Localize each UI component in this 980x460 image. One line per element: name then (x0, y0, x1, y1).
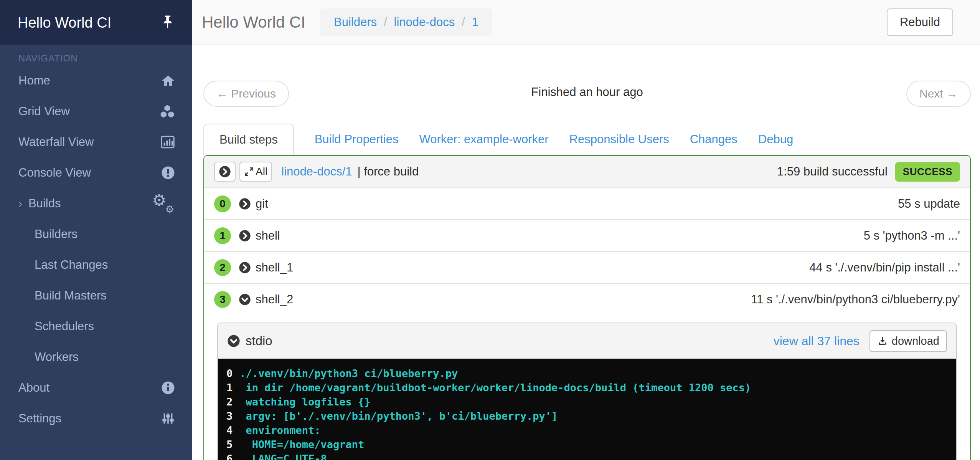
build-summary-header: All linode-docs/1 | force build 1:59 bui… (204, 156, 970, 187)
tab-worker[interactable]: Worker: example-worker (419, 132, 548, 146)
stdio-log-panel: stdio view all 37 lines download 0./.ven… (217, 323, 957, 460)
step-name: shell (256, 229, 280, 243)
step-number-badge: 3 (214, 291, 231, 308)
step-row-shell[interactable]: 1 shell 5 s 'python3 -m ...' (204, 219, 970, 251)
sidebar-item-grid-view[interactable]: Grid View (0, 96, 192, 127)
exclamation-circle-icon (161, 166, 175, 180)
tab-responsible-users[interactable]: Responsible Users (569, 132, 669, 146)
cubes-icon (160, 104, 175, 118)
build-summary-panel: All linode-docs/1 | force build 1:59 bui… (203, 155, 971, 460)
sidebar-item-workers[interactable]: Workers (0, 342, 192, 372)
step-number-badge: 1 (214, 227, 231, 244)
tab-changes[interactable]: Changes (690, 132, 737, 146)
build-finished-status: Finished an hour ago (203, 85, 971, 99)
sidebar-item-builders[interactable]: Builders (0, 219, 192, 250)
app-title[interactable]: Hello World CI (18, 15, 111, 31)
bar-chart-icon (160, 136, 175, 149)
sidebar-header: Hello World CI (0, 0, 192, 45)
breadcrumb-builder-name[interactable]: linode-docs (394, 15, 455, 29)
pin-icon (161, 15, 174, 30)
log-line: 6 LANG=C.UTF-8 (218, 452, 956, 460)
build-pager: ← Previous Finished an hour ago Next → (203, 81, 971, 108)
success-badge: SUCCESS (895, 162, 960, 182)
sidebar-item-last-changes[interactable]: Last Changes (0, 250, 192, 280)
chevron-circle-right-icon (239, 230, 251, 242)
tab-build-steps[interactable]: Build steps (203, 124, 294, 155)
tab-build-properties[interactable]: Build Properties (315, 132, 399, 146)
log-line: 0./.venv/bin/python3 ci/blueberry.py (218, 366, 956, 381)
collapse-toggle-button[interactable] (214, 162, 236, 182)
page-title: Hello World CI (202, 13, 305, 31)
step-detail: 11 s './.venv/bin/python3 ci/blueberry.p… (751, 293, 960, 306)
stdio-title: stdio (246, 334, 272, 348)
chevron-circle-right-icon (239, 261, 251, 274)
log-line: 3 argv: [b'./.venv/bin/python3', b'ci/bl… (218, 409, 956, 423)
stdio-terminal: 0./.venv/bin/python3 ci/blueberry.py 1 i… (218, 359, 956, 460)
sidebar-item-schedulers[interactable]: Schedulers (0, 311, 192, 342)
sidebar: Hello World CI NAVIGATION Home Grid View (0, 0, 192, 460)
log-line: 4 environment: (218, 423, 956, 437)
download-log-button[interactable]: download (869, 330, 947, 352)
step-row-git[interactable]: 0 git 55 s update (204, 187, 970, 219)
log-line: 1 in dir /home/vagrant/buildbot-worker/w… (218, 381, 956, 395)
step-name: git (256, 197, 268, 211)
sidebar-item-builds[interactable]: › Builds ⚙⚙ (0, 188, 192, 219)
step-name: shell_1 (256, 261, 293, 275)
step-detail: 55 s update (898, 197, 960, 211)
breadcrumb: Builders / linode-docs / 1 (320, 8, 492, 36)
info-circle-icon (161, 381, 175, 395)
step-number-badge: 2 (214, 259, 231, 276)
sidebar-item-console-view[interactable]: Console View (0, 157, 192, 188)
chevron-circle-right-icon (239, 198, 251, 210)
log-line: 2 watching logfiles {} (218, 395, 956, 409)
step-row-shell-1[interactable]: 2 shell_1 44 s './.venv/bin/pip install … (204, 251, 970, 283)
log-line: 5 HOME=/home/vagrant (218, 437, 956, 452)
stdio-header: stdio view all 37 lines download (218, 323, 956, 359)
expand-all-button[interactable]: All (239, 162, 272, 182)
rebuild-button[interactable]: Rebuild (887, 8, 953, 36)
sidebar-item-waterfall-view[interactable]: Waterfall View (0, 127, 192, 157)
build-tabs: Build steps Build Properties Worker: exa… (203, 124, 971, 155)
home-icon (161, 74, 175, 88)
pin-sidebar-button[interactable] (161, 15, 174, 30)
gears-icon: ⚙⚙ (152, 194, 175, 213)
top-header: Hello World CI Builders / linode-docs / … (192, 0, 980, 45)
tab-debug[interactable]: Debug (758, 132, 793, 146)
step-name: shell_2 (256, 293, 293, 306)
step-detail: 5 s 'python3 -m ...' (864, 229, 960, 243)
sidebar-item-home[interactable]: Home (0, 65, 192, 96)
breadcrumb-separator: / (462, 15, 465, 29)
main-area: Hello World CI Builders / linode-docs / … (192, 0, 980, 460)
chevron-circle-down-icon[interactable] (227, 334, 240, 347)
chevron-circle-right-icon (219, 165, 231, 178)
expand-arrows-icon (244, 167, 254, 177)
sidebar-item-settings[interactable]: Settings (0, 403, 192, 434)
step-detail: 44 s './.venv/bin/pip install ...' (809, 261, 960, 275)
sliders-icon (161, 412, 175, 425)
sidebar-item-about[interactable]: About (0, 372, 192, 403)
chevron-right-icon: › (18, 197, 22, 210)
build-duration-status: 1:59 build successful (777, 165, 888, 179)
build-reason: | force build (358, 165, 419, 179)
nav-heading: NAVIGATION (0, 45, 192, 65)
view-all-lines-link[interactable]: view all 37 lines (774, 334, 860, 348)
builder-build-link[interactable]: linode-docs/1 (281, 165, 352, 179)
sidebar-item-build-masters[interactable]: Build Masters (0, 280, 192, 311)
breadcrumb-builders[interactable]: Builders (334, 15, 377, 29)
breadcrumb-build-number[interactable]: 1 (472, 15, 478, 29)
chevron-circle-down-icon (239, 293, 251, 306)
next-build-button[interactable]: Next → (906, 81, 971, 107)
breadcrumb-separator: / (384, 15, 387, 29)
step-row-shell-2[interactable]: 3 shell_2 11 s './.venv/bin/python3 ci/b… (204, 283, 970, 315)
download-icon (877, 336, 888, 346)
step-number-badge: 0 (214, 195, 231, 212)
